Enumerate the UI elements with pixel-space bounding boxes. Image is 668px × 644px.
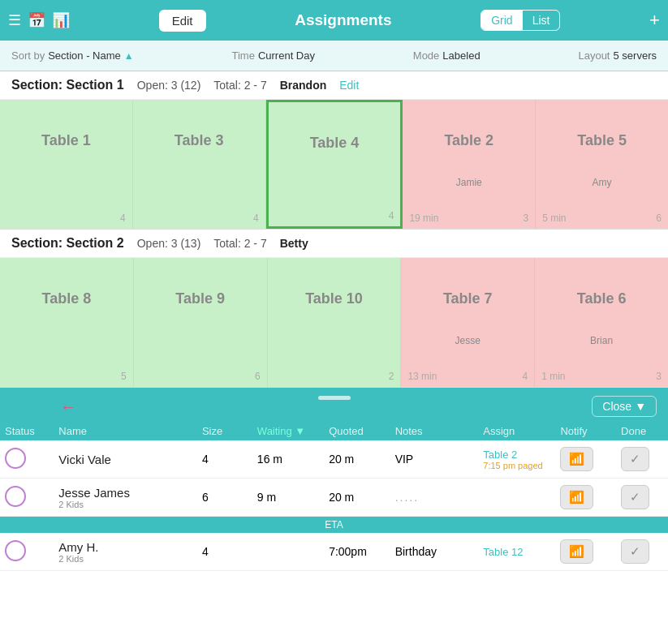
guest-name-jesse: Jesse James [58, 486, 130, 500]
size-cell-amy: 4 [197, 533, 252, 571]
col-header-notes: Notes [390, 422, 479, 440]
col-header-done: Done [616, 422, 668, 440]
filter-bar: Sort by Section - Name ▲ Time Current Da… [0, 41, 668, 71]
time-filter[interactable]: Time Current Day [232, 49, 315, 62]
section1-open: Open: 3 (12) [137, 79, 201, 92]
guest-sub-jesse: 2 Kids [58, 500, 192, 509]
waiting-cell-vicki: 16 m [252, 440, 324, 479]
table-10-name: Table 10 [274, 290, 394, 307]
add-button[interactable]: + [649, 10, 660, 31]
table-cell-3[interactable]: Table 3 4 [133, 100, 266, 229]
quoted-cell-jesse: 20 m [324, 479, 390, 517]
col-header-notify: Notify [555, 422, 616, 440]
section1-header: Section: Section 1 Open: 3 (12) Total: 2… [0, 71, 668, 100]
done-button-jesse[interactable]: ✓ [621, 485, 649, 509]
table-4-name: Table 4 [275, 135, 394, 152]
done-cell-jesse[interactable]: ✓ [616, 479, 668, 517]
table-7-time: 13 min [407, 371, 437, 382]
table-8-count: 5 [121, 371, 127, 382]
table-row: Jesse James 2 Kids 6 9 m 20 m ..... 📶 ✓ [0, 479, 668, 517]
chart-icon[interactable]: 📊 [52, 11, 70, 29]
notify-button-jesse[interactable]: 📶 [560, 485, 593, 509]
close-button[interactable]: Close ▼ [592, 396, 657, 417]
table-6-name: Table 6 [541, 290, 662, 307]
grid-toggle-button[interactable]: Grid [481, 11, 522, 30]
guest-name-amy: Amy H. [58, 540, 98, 554]
drag-handle[interactable] [318, 396, 351, 400]
done-button-amy[interactable]: ✓ [621, 539, 649, 564]
section1-server: Brandon [280, 79, 327, 92]
list-toggle-button[interactable]: List [523, 11, 560, 30]
table-cell-1[interactable]: Table 1 4 [0, 100, 133, 229]
notify-cell-amy[interactable]: 📶 [555, 533, 616, 571]
section2-header: Section: Section 2 Open: 3 (13) Total: 2… [0, 230, 668, 258]
table-9-name: Table 9 [140, 290, 261, 307]
table-7-count: 4 [523, 371, 528, 382]
done-button-vicki[interactable]: ✓ [621, 447, 649, 471]
table-4-count: 4 [389, 210, 394, 221]
table-2-sub: Jamie [409, 177, 528, 188]
table-2-time: 19 min [409, 213, 438, 224]
waiting-list-table: Status Name Size Waiting ▼ Quoted Notes … [0, 422, 668, 571]
col-header-size: Size [197, 422, 252, 440]
table-6-footer: 1 min 3 [541, 371, 662, 382]
sort-label: Sort by [11, 49, 45, 62]
table-2-footer: 19 min 3 [409, 213, 528, 224]
table-3-count: 4 [253, 213, 259, 224]
table-cell-6[interactable]: Table 6 Brian 1 min 3 [535, 258, 668, 387]
mode-value: Labeled [442, 49, 480, 62]
assign-cell-vicki: Table 2 7:15 pm paged [478, 440, 555, 479]
status-cell-vicki [0, 440, 54, 479]
calendar-icon[interactable]: 📅 [28, 11, 45, 29]
assign-cell-jesse [478, 479, 555, 517]
section1-title: Section: Section 1 [11, 78, 124, 92]
done-cell-vicki[interactable]: ✓ [616, 440, 668, 479]
notify-button-amy[interactable]: 📶 [560, 539, 593, 564]
col-header-waiting[interactable]: Waiting ▼ [252, 422, 324, 440]
waiting-panel: ← Close ▼ Status Name Size Waiting ▼ Quo… [0, 388, 668, 571]
table-6-time: 1 min [541, 371, 565, 382]
time-value: Current Day [258, 49, 315, 62]
list-icon[interactable]: ☰ [8, 11, 21, 29]
page-title: Assignments [295, 11, 391, 29]
notes-cell-jesse: ..... [390, 479, 479, 517]
notify-button-vicki[interactable]: 📶 [560, 447, 593, 471]
table-cell-9[interactable]: Table 9 6 [134, 258, 268, 387]
table-cell-5[interactable]: Table 5 Amy 5 min 6 [536, 100, 668, 229]
done-cell-amy[interactable]: ✓ [616, 533, 668, 571]
table-7-footer: 13 min 4 [407, 371, 528, 382]
table-6-count: 3 [656, 371, 662, 382]
table-cell-10[interactable]: Table 10 2 [268, 258, 402, 387]
view-mode-icons: ☰ 📅 📊 [8, 11, 70, 29]
mode-filter[interactable]: Mode Labeled [413, 49, 481, 62]
arrow-left-icon: ← [60, 397, 76, 416]
notify-cell-vicki[interactable]: 📶 [555, 440, 616, 479]
table-1-count: 4 [120, 213, 126, 224]
notify-cell-jesse[interactable]: 📶 [555, 479, 616, 517]
grid-list-toggle[interactable]: Grid List [481, 10, 560, 31]
table-3-name: Table 3 [140, 132, 259, 149]
section1-tables-grid: Table 1 4 Table 3 4 Table 4 4 Table 2 Ja… [0, 100, 668, 230]
table-cell-7[interactable]: Table 7 Jesse 13 min 4 [401, 258, 535, 387]
section1-edit-button[interactable]: Edit [339, 79, 359, 92]
section2-title: Section: Section 2 [11, 236, 124, 251]
notes-dots: ..... [395, 491, 419, 504]
table-cell-2[interactable]: Table 2 Jamie 19 min 3 [403, 100, 536, 229]
table-8-name: Table 8 [6, 290, 127, 307]
sort-filter[interactable]: Sort by Section - Name ▲ [11, 49, 134, 62]
table-cell-8[interactable]: Table 8 5 [0, 258, 134, 387]
section2-open: Open: 3 (13) [137, 237, 201, 250]
table-9-count: 6 [255, 371, 261, 382]
top-navigation-bar: ☰ 📅 📊 Edit Assignments Grid List + [0, 0, 668, 41]
table-2-name: Table 2 [409, 132, 528, 149]
name-cell-vicki: Vicki Vale [54, 440, 197, 479]
layout-filter[interactable]: Layout 5 servers [578, 49, 657, 62]
edit-button[interactable]: Edit [159, 10, 206, 32]
table-1-name: Table 1 [6, 132, 126, 149]
assign-table-amy: Table 12 [483, 546, 523, 558]
col-header-assign: Assign [478, 422, 555, 440]
table-cell-4[interactable]: Table 4 4 [266, 100, 403, 229]
assign-cell-amy: Table 12 [478, 533, 555, 571]
waiting-cell-amy [252, 533, 324, 571]
time-label: Time [232, 49, 255, 62]
